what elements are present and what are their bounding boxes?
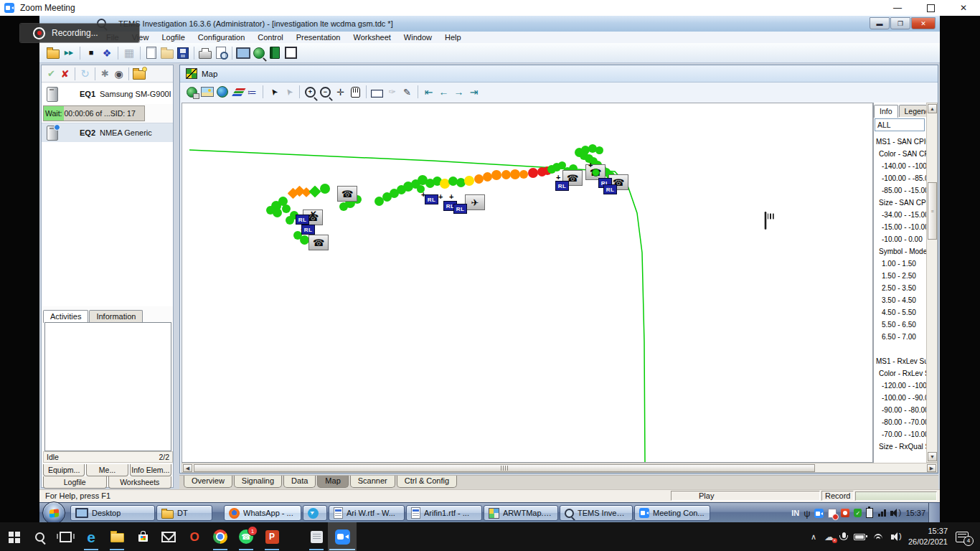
win10-clock[interactable]: 15:37 26/02/2021 (908, 526, 948, 547)
scroll-down-icon[interactable]: ▼ (928, 452, 937, 461)
open-workspace-icon[interactable] (159, 45, 175, 61)
tab-info[interactable]: Info (874, 105, 898, 118)
taskbar-button-meetingcon[interactable]: Meeting Con... (634, 505, 710, 521)
antivirus-shield-icon[interactable]: ✓ (854, 509, 862, 517)
settings-gear-icon[interactable]: ✱ (98, 67, 112, 80)
notification-center-icon[interactable]: 4 (956, 532, 969, 542)
worksheet-tab-ctrlconfig[interactable]: Ctrl & Config (397, 476, 457, 488)
save-icon[interactable] (175, 45, 191, 61)
apply-icon[interactable]: ✔ (44, 67, 58, 80)
menu-presentation[interactable]: Presentation (290, 32, 347, 43)
zoom-close-button[interactable]: ✕ (947, 0, 980, 16)
scroll-right-icon[interactable]: ▶ (927, 464, 936, 472)
map-measure-icon[interactable] (369, 85, 385, 100)
wifi-icon[interactable] (873, 533, 883, 540)
taskbar-powerpoint-icon[interactable]: P (263, 528, 281, 545)
zoom-tray-icon[interactable] (814, 509, 824, 518)
win7-start-button[interactable] (42, 501, 65, 524)
microphone-icon[interactable] (842, 532, 846, 538)
print-icon[interactable] (197, 45, 213, 61)
worksheet-tab-data[interactable]: Data (283, 476, 316, 488)
menu-worksheet[interactable]: Worksheet (347, 32, 397, 43)
scrollbar-thumb[interactable] (194, 464, 815, 472)
map-pin-icon[interactable]: ✑ (385, 85, 400, 100)
usb-device-icon[interactable]: ψ (804, 509, 810, 518)
properties-icon[interactable] (132, 67, 146, 80)
taskbar-button-arwtmapb[interactable]: ARWTMap.b... (484, 505, 558, 521)
stop-icon[interactable]: ■ (83, 45, 99, 61)
zoom-minimize-button[interactable]: — (881, 0, 914, 16)
worksheet-tab-map[interactable]: Map (317, 476, 348, 488)
tab-activities[interactable]: Activities (43, 310, 88, 323)
legend-scrollbar[interactable]: ▲ ≡ ▼ (926, 103, 938, 463)
map-image-icon[interactable] (199, 85, 215, 100)
menu-help[interactable]: Help (438, 32, 468, 43)
taskbar-office-icon[interactable]: O (186, 528, 203, 545)
worksheet-tab-overview[interactable]: Overview (184, 476, 232, 488)
menu-configuration[interactable]: Configuration (192, 32, 251, 43)
notebook-icon[interactable]: ▦ (121, 45, 137, 61)
language-indicator[interactable]: IN (791, 509, 799, 517)
analysis-icon[interactable]: ❖ (99, 45, 115, 61)
taskbar-button-whatsapp[interactable]: WhatsApp - ... (224, 505, 301, 521)
equipment-eq1-row[interactable]: EQ1 Samsung SM-G900I (42, 84, 173, 104)
frame-icon[interactable] (283, 45, 298, 61)
tray-expand-chevron-icon[interactable]: ∧ (811, 532, 816, 542)
map-themes-icon[interactable]: ≔ (245, 85, 260, 100)
taskbar-button-temsinvesti[interactable]: TEMS Investi... (560, 505, 633, 521)
refresh-icon[interactable]: ↻ (78, 67, 92, 80)
menu-logfile[interactable]: Logfile (155, 32, 191, 43)
equipment-eq2-row[interactable]: EQ2 NMEA Generic (42, 123, 173, 143)
taskbar-button-arifin1rtf[interactable]: Arifin1.rtf - ... (406, 505, 482, 521)
world-search-icon[interactable] (251, 45, 267, 61)
remove-icon[interactable]: ✘ (58, 67, 72, 80)
worksheet-tab-scanner[interactable]: Scanner (350, 476, 395, 488)
map-multiselect-icon[interactable]: ➤ (278, 81, 299, 102)
replay-icon[interactable]: ▶▶ (61, 45, 77, 61)
taskbar-button-desktop[interactable]: Desktop (70, 505, 155, 521)
taskbar-chrome-icon[interactable] (212, 528, 229, 545)
menu-window[interactable]: Window (397, 32, 438, 43)
zoom-maximize-button[interactable] (914, 0, 947, 16)
taskbar-start-icon[interactable] (5, 528, 22, 545)
map-prev-icon[interactable]: ← (436, 85, 451, 100)
nav-tab-equipm[interactable]: Equipm... (43, 464, 85, 476)
taskbar-store-icon[interactable] (134, 528, 151, 545)
worksheet-tab-signaling[interactable]: Signaling (234, 476, 282, 488)
green-book-icon[interactable] (267, 45, 283, 61)
taskbar-mail-icon[interactable] (160, 528, 177, 545)
map-canvas[interactable]: ☎☎✗☎✈☎☎☎RLRLRLRLRLRLRLRL+++++ (182, 103, 873, 463)
taskbar-explorer-icon[interactable] (108, 528, 126, 545)
win7-clock[interactable]: 15:37 (905, 509, 925, 517)
taskbar-search-icon[interactable] (31, 528, 48, 545)
legend-filter-dropdown[interactable]: ALL (875, 118, 925, 131)
recorder-tray-icon[interactable] (841, 509, 849, 517)
nav-tab-me[interactable]: Me... (86, 464, 128, 476)
print-preview-icon[interactable] (213, 45, 229, 61)
nav-tab-infoelem[interactable]: Info Elem... (130, 464, 171, 476)
signal-bars-icon[interactable] (884, 509, 886, 517)
map-zoom-in-icon[interactable]: + (303, 85, 318, 100)
new-worksheet-icon[interactable] (143, 45, 159, 61)
scrollbar-thumb[interactable]: ≡ (928, 182, 937, 240)
tems-close-button[interactable]: ✕ (911, 17, 936, 29)
taskbar-button-ariwrtfw[interactable]: Ari W.rtf - W... (329, 505, 405, 521)
nav-tab-logfile[interactable]: Logfile (43, 476, 107, 489)
taskbar-button-dt[interactable]: DT (156, 505, 212, 521)
map-layers-icon[interactable] (230, 85, 245, 100)
battery-icon[interactable] (866, 508, 873, 518)
map-window-titlebar[interactable]: Map (180, 65, 938, 83)
monitor-icon[interactable] (235, 45, 251, 61)
scroll-up-icon[interactable]: ▲ (928, 104, 937, 113)
nav-tab-worksheets[interactable]: Worksheets (108, 476, 172, 489)
activities-box[interactable] (44, 322, 171, 451)
tab-information[interactable]: Information (89, 310, 143, 322)
tab-legend[interactable]: Legend (899, 105, 926, 117)
onedrive-error-icon[interactable]: ☁ (824, 532, 834, 542)
map-next-icon[interactable]: → (451, 85, 466, 100)
scroll-left-icon[interactable]: ◀ (183, 464, 192, 472)
show-desktop-button[interactable] (928, 503, 940, 523)
taskbar-taskview-icon[interactable] (57, 528, 74, 545)
volume-icon[interactable] (891, 534, 894, 540)
open-logfile-icon[interactable] (45, 45, 61, 61)
